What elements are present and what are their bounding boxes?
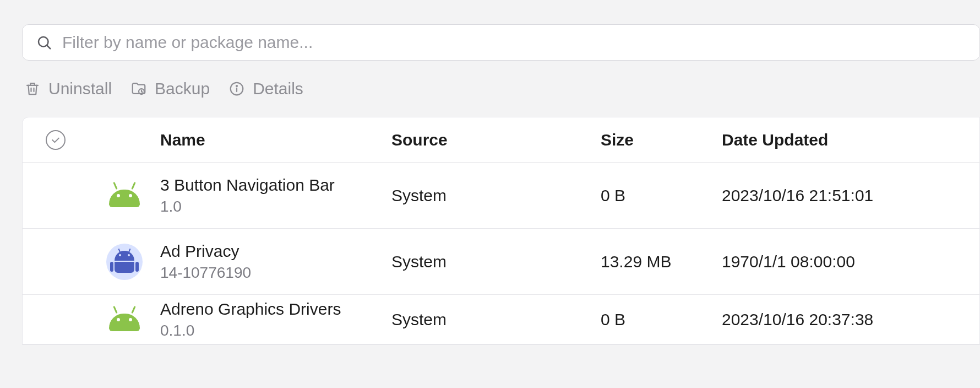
app-manager-panel: Uninstall Backup Details — [0, 0, 980, 345]
checkmark-circle-icon — [46, 130, 66, 150]
search-icon — [36, 34, 52, 51]
app-name-cell: Ad Privacy 14-10776190 — [160, 241, 391, 282]
app-version: 0.1.0 — [160, 322, 380, 340]
app-name: Ad Privacy — [160, 241, 380, 261]
uninstall-label: Uninstall — [48, 79, 112, 98]
app-size: 0 B — [601, 186, 722, 205]
info-icon — [228, 80, 245, 97]
uninstall-button[interactable]: Uninstall — [24, 79, 112, 98]
app-version: 1.0 — [160, 198, 380, 215]
app-size: 13.29 MB — [601, 252, 722, 271]
app-name-cell: 3 Button Navigation Bar 1.0 — [160, 175, 391, 215]
action-toolbar: Uninstall Backup Details — [22, 61, 980, 117]
table-row[interactable]: 3 Button Navigation Bar 1.0 System 0 B 2… — [23, 163, 979, 229]
app-source: System — [391, 310, 601, 329]
header-date-updated[interactable]: Date Updated — [722, 131, 979, 149]
app-size: 0 B — [601, 310, 722, 329]
app-name: 3 Button Navigation Bar — [160, 175, 380, 195]
search-field[interactable] — [22, 24, 980, 61]
app-name-cell: Adreno Graphics Drivers 0.1.0 — [160, 299, 391, 340]
table-header-row: Name Source Size Date Updated — [23, 117, 979, 163]
search-input[interactable] — [62, 33, 966, 52]
backup-label: Backup — [155, 79, 210, 98]
android-icon — [109, 184, 140, 207]
app-name: Adreno Graphics Drivers — [160, 299, 380, 319]
app-date-updated: 2023/10/16 21:51:01 — [722, 186, 979, 205]
table-row[interactable]: Adreno Graphics Drivers 0.1.0 System 0 B… — [23, 295, 979, 344]
app-icon-cell — [89, 308, 160, 331]
app-source: System — [391, 186, 601, 205]
svg-line-1 — [47, 46, 51, 49]
backup-icon — [130, 80, 147, 97]
trash-icon — [24, 80, 41, 97]
header-size[interactable]: Size — [601, 131, 722, 149]
app-icon-cell — [89, 184, 160, 207]
header-name[interactable]: Name — [160, 131, 391, 149]
app-icon-cell — [89, 244, 160, 280]
android-icon — [109, 308, 140, 331]
app-date-updated: 1970/1/1 08:00:00 — [722, 252, 979, 271]
app-source: System — [391, 252, 601, 271]
android-privacy-icon — [106, 244, 143, 280]
details-label: Details — [253, 79, 303, 98]
header-source[interactable]: Source — [391, 131, 601, 149]
details-button[interactable]: Details — [228, 79, 303, 98]
select-all-cell[interactable] — [23, 130, 89, 150]
app-version: 14-10776190 — [160, 265, 380, 282]
app-table: Name Source Size Date Updated 3 Button N… — [22, 117, 980, 345]
backup-button[interactable]: Backup — [130, 79, 210, 98]
svg-point-5 — [236, 85, 237, 87]
app-date-updated: 2023/10/16 20:37:38 — [722, 310, 979, 329]
table-row[interactable]: Ad Privacy 14-10776190 System 13.29 MB 1… — [23, 229, 979, 295]
